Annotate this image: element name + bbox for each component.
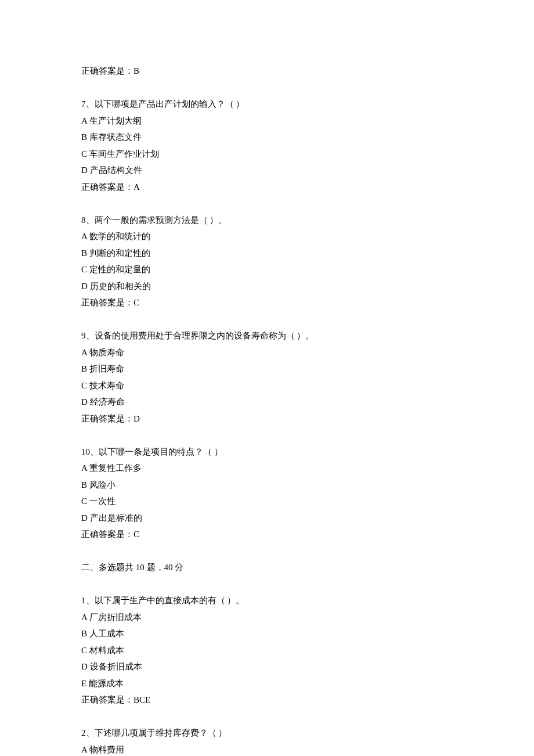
option: C 一次性 (81, 493, 453, 510)
option: A 厂房折旧成本 (81, 609, 453, 626)
option: B 风险小 (81, 477, 453, 494)
option: D 产出是标准的 (81, 510, 453, 527)
option: B 判断的和定性的 (81, 245, 453, 262)
blank-line (81, 576, 453, 593)
question-text: 8、两个一般的需求预测方法是（ ）。 (81, 212, 453, 229)
option: E 能源成本 (81, 675, 453, 692)
answer-line: 正确答案是：BCE (81, 692, 453, 708)
option: B 人工成本 (81, 625, 453, 642)
answer-line: 正确答案是：A (81, 179, 453, 196)
blank-line (81, 80, 453, 96)
blank-line (81, 427, 453, 444)
answer-line: 正确答案是：C (81, 294, 453, 311)
answer-line: 正确答案是：B (81, 63, 453, 80)
option: A 数学的和统计的 (81, 228, 453, 245)
blank-line (81, 311, 453, 328)
document-page: 正确答案是：B 7、以下哪项是产品出产计划的输入？（ ） A 生产计划大纲 B … (0, 0, 534, 756)
option: C 车间生产作业计划 (81, 146, 453, 163)
blank-line (81, 708, 453, 725)
blank-line (81, 195, 453, 212)
option: A 物质寿命 (81, 344, 453, 361)
option: A 生产计划大纲 (81, 113, 453, 129)
option: B 折旧寿命 (81, 361, 453, 377)
question-text: 1、以下属于生产中的直接成本的有（ ）。 (81, 592, 453, 609)
option: C 材料成本 (81, 642, 453, 659)
question-text: 7、以下哪项是产品出产计划的输入？（ ） (81, 96, 453, 113)
question-text: 9、设备的使用费用处于合理界限之内的设备寿命称为（ ）。 (81, 327, 453, 344)
option: A 重复性工作多 (81, 460, 453, 477)
option: D 产品结构文件 (81, 162, 453, 179)
question-text: 10、以下哪一条是项目的特点？（ ） (81, 444, 453, 460)
option: B 库存状态文件 (81, 129, 453, 146)
option: C 定性的和定量的 (81, 261, 453, 278)
blank-line (81, 543, 453, 560)
question-text: 2、下述哪几项属于维持库存费？（ ） (81, 725, 453, 741)
answer-line: 正确答案是：C (81, 526, 453, 543)
option: D 经济寿命 (81, 394, 453, 411)
option: D 设备折旧成本 (81, 658, 453, 675)
answer-line: 正确答案是：D (81, 411, 453, 427)
section-heading: 二、多选题共 10 题，40 分 (81, 559, 453, 576)
option: D 历史的和相关的 (81, 278, 453, 295)
option: C 技术寿命 (81, 377, 453, 394)
option: A 物料费用 (81, 741, 453, 757)
